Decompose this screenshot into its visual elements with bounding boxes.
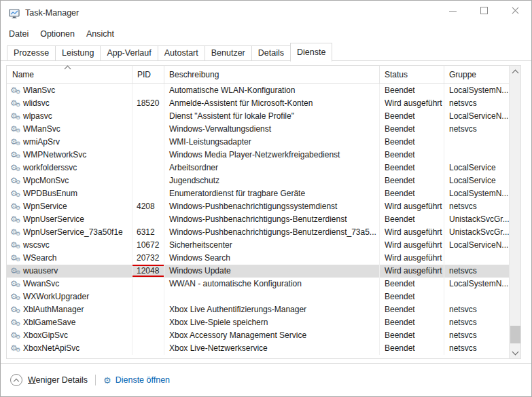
scroll-down-arrow[interactable] — [510, 347, 521, 358]
column-header-pid[interactable]: PID — [132, 66, 164, 83]
service-description-cell: Windows Media Player-Netzwerkfreigabedie… — [164, 149, 380, 162]
service-group-cell: netsvcs — [444, 265, 509, 278]
service-gear-icon: ⚙⚙ — [10, 329, 21, 342]
service-description-cell: Xbox Accessory Management Service — [164, 329, 380, 342]
scroll-up-arrow[interactable] — [510, 66, 521, 77]
minimize-icon — [449, 11, 457, 12]
service-status-cell: Beendet — [380, 278, 444, 290]
service-gear-icon: ⚙⚙ — [10, 342, 21, 355]
service-status-cell: Beendet — [380, 123, 444, 136]
service-status-cell: Beendet — [380, 110, 444, 123]
service-gear-icon: ⚙⚙ — [10, 97, 21, 110]
service-gear-icon: ⚙⚙ — [10, 136, 21, 149]
menu-bar: DateiOptionenAnsicht — [1, 26, 531, 43]
service-gear-icon: ⚙⚙ — [10, 213, 21, 226]
service-row-wpnuserservice[interactable]: ⚙⚙WpnUserServiceWindows-Pushbenachrichti… — [7, 213, 509, 226]
service-gear-icon: ⚙⚙ — [10, 303, 21, 316]
service-pid-cell — [132, 149, 164, 162]
service-pid-cell — [132, 84, 164, 97]
service-row-xboxgipsvc[interactable]: ⚙⚙XboxGipSvcXbox Accessory Management Se… — [7, 329, 509, 342]
service-pid-cell — [132, 329, 164, 342]
column-header-gruppe[interactable]: Gruppe — [444, 66, 509, 83]
column-header-status[interactable]: Status — [380, 66, 444, 83]
service-description-cell: Arbeitsordner — [164, 162, 380, 174]
services-gear-icon: ⚙ — [103, 375, 111, 385]
service-row-wmansvc[interactable]: ⚙⚙WManSvcWindows-VerwaltungsdienstBeende… — [7, 123, 509, 136]
service-name-cell: ⚙⚙WpnUserService_73a50f1e — [7, 226, 132, 239]
service-row-xboxnetapisvc[interactable]: ⚙⚙XboxNetApiSvcXbox Live-Netzwerkservice… — [7, 342, 509, 355]
maximize-icon — [480, 7, 488, 14]
service-group-cell: netsvcs — [444, 97, 509, 110]
service-description-cell: Automatische WLAN-Konfiguration — [164, 84, 380, 97]
tab-leistung[interactable]: Leistung — [55, 45, 101, 61]
service-row-wpnuserservice-73a50f1e[interactable]: ⚙⚙WpnUserService_73a50f1e6312Windows-Pus… — [7, 226, 509, 239]
service-row-wwansvc[interactable]: ⚙⚙WwanSvcWWAN - automatische Konfigurati… — [7, 278, 509, 290]
tab-app-verlauf[interactable]: App-Verlauf — [100, 45, 158, 61]
service-status-cell: Wird ausgeführt — [380, 226, 444, 239]
service-gear-icon: ⚙⚙ — [10, 149, 21, 162]
service-row-wlansvc[interactable]: ⚙⚙WlanSvcAutomatische WLAN-Konfiguration… — [7, 84, 509, 97]
service-row-xblauthmanager[interactable]: ⚙⚙XblAuthManagerXbox Live Authentifizier… — [7, 303, 509, 316]
service-name-cell: ⚙⚙WMPNetworkSvc — [7, 149, 132, 162]
scrollbar-thumb[interactable] — [510, 326, 520, 343]
service-row-wmiapsrv[interactable]: ⚙⚙wmiApSrvWMI-LeistungsadapterBeendet — [7, 136, 509, 149]
service-group-cell — [444, 252, 509, 265]
vertical-scrollbar[interactable] — [509, 66, 520, 358]
service-pid-cell: 6312 — [132, 226, 164, 239]
service-description-cell: Jugendschutz — [164, 174, 380, 187]
tab-dienste[interactable]: Dienste — [290, 43, 332, 62]
tab-benutzer[interactable]: Benutzer — [205, 45, 252, 61]
column-header-name[interactable]: Name — [7, 66, 132, 83]
tab-prozesse[interactable]: Prozesse — [7, 45, 56, 61]
service-status-cell: Wird ausgeführt — [380, 252, 444, 265]
service-gear-icon: ⚙⚙ — [10, 265, 21, 278]
menu-item-datei[interactable]: Datei — [9, 26, 29, 41]
service-gear-icon: ⚙⚙ — [10, 226, 21, 239]
service-gear-icon: ⚙⚙ — [10, 110, 21, 123]
service-pid-cell: 20732 — [132, 252, 164, 265]
service-status-cell: Beendet — [380, 329, 444, 342]
service-name-cell: ⚙⚙WpcMonSvc — [7, 174, 132, 187]
service-row-wxworkupgrader[interactable]: ⚙⚙WXWorkUpgraderBeendet — [7, 290, 509, 303]
service-group-cell: LocalService — [444, 174, 509, 187]
close-button[interactable] — [500, 1, 531, 21]
tab-details[interactable]: Details — [251, 45, 291, 61]
service-row-wuauserv[interactable]: ⚙⚙wuauserv12048Windows UpdateWird ausgef… — [7, 265, 509, 278]
open-services-link[interactable]: ⚙ Dienste öffnen — [103, 375, 170, 385]
service-row-workfolderssvc[interactable]: ⚙⚙workfolderssvcArbeitsordnerBeendetLoca… — [7, 162, 509, 174]
service-row-wlpasvc[interactable]: ⚙⚙wlpasvcDienst "Assistent für lokale Pr… — [7, 110, 509, 123]
service-name-cell: ⚙⚙WwanSvc — [7, 278, 132, 290]
service-row-wpdbusenum[interactable]: ⚙⚙WPDBusEnumEnumeratordienst für tragbar… — [7, 187, 509, 200]
service-group-cell: netsvcs — [444, 303, 509, 316]
maximize-button[interactable] — [469, 1, 500, 21]
service-pid-cell — [132, 136, 164, 149]
service-row-wmpnetworksvc[interactable]: ⚙⚙WMPNetworkSvcWindows Media Player-Netz… — [7, 149, 509, 162]
service-row-wlidsvc[interactable]: ⚙⚙wlidsvc18520Anmelde-Assistent für Micr… — [7, 97, 509, 110]
service-pid-cell — [132, 174, 164, 187]
service-description-cell: Windows-Verwaltungsdienst — [164, 123, 380, 136]
menu-item-ansicht[interactable]: Ansicht — [86, 26, 114, 41]
service-group-cell: LocalSystemN... — [444, 278, 509, 290]
service-row-wpcmonsvc[interactable]: ⚙⚙WpcMonSvcJugendschutzBeendetLocalServi… — [7, 174, 509, 187]
service-row-wpnservice[interactable]: ⚙⚙WpnService4208Windows-Pushbenachrichti… — [7, 200, 509, 213]
service-description-cell: WMI-Leistungsadapter — [164, 136, 380, 149]
service-row-wscsvc[interactable]: ⚙⚙wscsvc10672SicherheitscenterWird ausge… — [7, 239, 509, 252]
service-gear-icon: ⚙⚙ — [10, 174, 21, 187]
service-pid-cell — [132, 213, 164, 226]
service-row-xblgamesave[interactable]: ⚙⚙XblGameSaveXbox Live-Spiele speichernB… — [7, 316, 509, 329]
service-group-cell: UnistackSvcGr... — [444, 213, 509, 226]
service-row-wsearch[interactable]: ⚙⚙WSearch20732Windows SearchWird ausgefü… — [7, 252, 509, 265]
window-controls — [438, 1, 531, 21]
service-name-cell: ⚙⚙WpnUserService — [7, 213, 132, 226]
menu-item-optionen[interactable]: Optionen — [40, 26, 75, 41]
service-name-cell: ⚙⚙WPDBusEnum — [7, 187, 132, 200]
service-group-cell: netsvcs — [444, 123, 509, 136]
service-description-cell: Windows-Pushbenachrichtigungssystemdiens… — [164, 200, 380, 213]
service-name-cell: ⚙⚙wuauserv — [7, 265, 132, 278]
task-manager-window: Task-Manager DateiOptionenAnsicht Prozes… — [0, 0, 532, 397]
column-header-beschreibung[interactable]: Beschreibung — [164, 66, 380, 83]
service-description-cell: Anmelde-Assistent für Microsoft-Konten — [164, 97, 380, 110]
fewer-details-button[interactable]: Weniger Details — [10, 374, 88, 386]
tab-autostart[interactable]: Autostart — [158, 45, 205, 61]
minimize-button[interactable] — [438, 1, 469, 21]
